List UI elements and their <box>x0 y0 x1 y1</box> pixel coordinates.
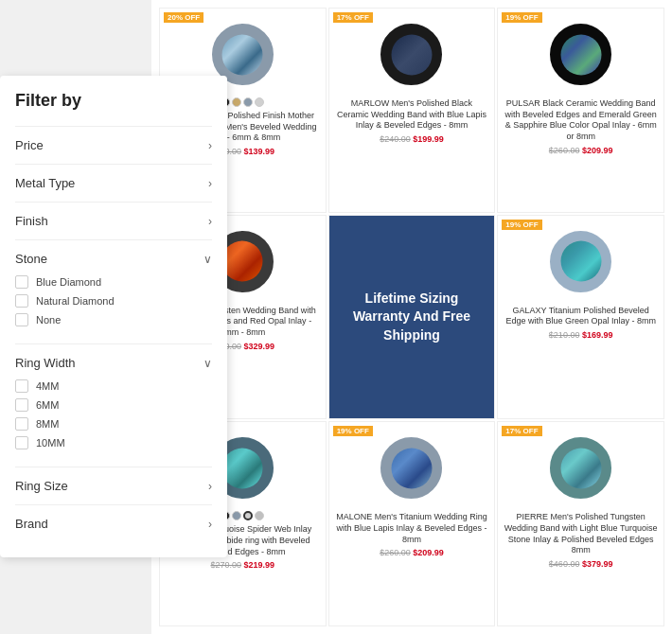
filter-section-header-finish[interactable]: Finish › <box>15 214 212 228</box>
stone-options: Blue Diamond Natural Diamond None <box>15 275 212 326</box>
product-price: $260.00 $209.99 <box>380 548 444 557</box>
ring-width-option-10mm[interactable]: 10MM <box>15 436 212 449</box>
product-image <box>335 428 489 508</box>
stone-option-blue-diamond[interactable]: Blue Diamond <box>15 275 212 289</box>
chevron-right-icon: › <box>208 480 212 493</box>
color-options <box>221 511 264 520</box>
ring-width-label-10mm: 10MM <box>36 437 65 449</box>
product-title: MALONE Men's Titanium Wedding Ring with … <box>335 512 489 545</box>
filter-section-stone: Stone ∨ Blue Diamond Natural Diamond Non… <box>15 239 212 343</box>
filter-section-label-brand: Brand <box>15 517 48 531</box>
product-card[interactable]: 17% OFF MARLOW Men's Polished Black Cera… <box>328 8 496 213</box>
product-card[interactable]: 19% OFF MALONE Men's Titanium Wedding Ri… <box>328 421 496 626</box>
chevron-right-icon: › <box>208 215 212 228</box>
product-title: PIERRE Men's Polished Tungsten Wedding B… <box>504 512 658 556</box>
stone-option-none[interactable]: None <box>15 313 212 326</box>
stone-label-blue-diamond: Blue Diamond <box>36 276 101 288</box>
chevron-down-icon: ∨ <box>203 253 212 266</box>
chevron-down-icon: ∨ <box>203 357 212 370</box>
filter-section-label-ring-width: Ring Width <box>15 356 76 370</box>
product-image <box>504 14 658 95</box>
ring-width-label-8mm: 8MM <box>36 418 59 430</box>
filter-section-label-price: Price <box>15 138 44 152</box>
filter-section-metal-type: Metal Type › <box>15 164 212 202</box>
chevron-right-icon: › <box>208 177 212 190</box>
checkbox-none[interactable] <box>15 313 28 326</box>
filter-section-header-stone[interactable]: Stone ∨ <box>15 252 212 266</box>
product-price: $270.00 $219.99 <box>211 560 275 570</box>
promo-text: Lifetime Sizing Warranty And Free Shippi… <box>341 290 484 345</box>
product-price: $260.00 $209.99 <box>549 146 613 155</box>
checkbox-10mm[interactable] <box>15 436 28 449</box>
product-image <box>335 14 489 95</box>
color-options <box>221 97 264 107</box>
filter-section-header-ring-size[interactable]: Ring Size › <box>15 479 212 493</box>
filter-panel: Filter by Price › Metal Type › Finish › … <box>0 76 227 557</box>
stone-option-natural-diamond[interactable]: Natural Diamond <box>15 294 212 308</box>
ring-width-option-6mm[interactable]: 6MM <box>15 398 212 412</box>
filter-section-label-ring-size: Ring Size <box>15 479 68 493</box>
product-price: $240.00 $199.99 <box>380 134 444 144</box>
filter-section-label-stone: Stone <box>15 252 47 266</box>
product-price: $460.00 $379.99 <box>549 559 613 569</box>
checkbox-8mm[interactable] <box>15 417 28 431</box>
checkbox-4mm[interactable] <box>15 379 28 393</box>
filter-section-finish: Finish › <box>15 202 212 239</box>
product-card[interactable]: 17% OFF PIERRE Men's Polished Tungsten W… <box>497 421 664 626</box>
ring-width-options: 4MM 6MM 8MM 10MM <box>15 379 212 449</box>
chevron-right-icon: › <box>208 139 212 152</box>
checkbox-6mm[interactable] <box>15 398 28 412</box>
product-price: $210.00 $169.99 <box>549 330 613 340</box>
filter-section-header-price[interactable]: Price › <box>15 138 212 152</box>
checkbox-natural-diamond[interactable] <box>15 294 28 308</box>
chevron-right-icon: › <box>208 518 212 531</box>
product-grid: 20% OFF KAUI Titanium Polished Finish Mo… <box>151 0 672 634</box>
filter-section-header-brand[interactable]: Brand › <box>15 517 212 531</box>
checkbox-blue-diamond[interactable] <box>15 275 28 289</box>
filter-section-header-ring-width[interactable]: Ring Width ∨ <box>15 356 212 370</box>
filter-section-brand: Brand › <box>15 504 212 542</box>
product-image <box>504 428 658 508</box>
product-card[interactable]: 19% OFF PULSAR Black Ceramic Wedding Ban… <box>497 8 664 213</box>
filter-section-label-metal-type: Metal Type <box>15 176 75 190</box>
filter-section-price: Price › <box>15 126 212 164</box>
product-image <box>504 221 658 302</box>
filter-section-header-metal-type[interactable]: Metal Type › <box>15 176 212 190</box>
filter-section-ring-width: Ring Width ∨ 4MM 6MM 8MM 10MM <box>15 343 212 467</box>
product-title: MARLOW Men's Polished Black Ceramic Wedd… <box>335 98 489 132</box>
filter-title: Filter by <box>15 91 212 111</box>
product-title: PULSAR Black Ceramic Wedding Band with B… <box>504 98 658 143</box>
product-card[interactable]: 19% OFF GALAXY Titanium Polished Beveled… <box>497 215 664 420</box>
stone-label-natural-diamond: Natural Diamond <box>36 295 115 307</box>
ring-width-label-6mm: 6MM <box>36 399 59 411</box>
ring-width-option-8mm[interactable]: 8MM <box>15 417 212 431</box>
filter-section-label-finish: Finish <box>15 214 48 228</box>
product-title: GALAXY Titanium Polished Beveled Edge wi… <box>504 306 658 327</box>
promo-banner: Lifetime Sizing Warranty And Free Shippi… <box>328 215 496 420</box>
ring-width-option-4mm[interactable]: 4MM <box>15 379 212 393</box>
ring-width-label-4mm: 4MM <box>36 380 59 392</box>
filter-section-ring-size: Ring Size › <box>15 467 212 504</box>
stone-label-none: None <box>36 314 61 326</box>
